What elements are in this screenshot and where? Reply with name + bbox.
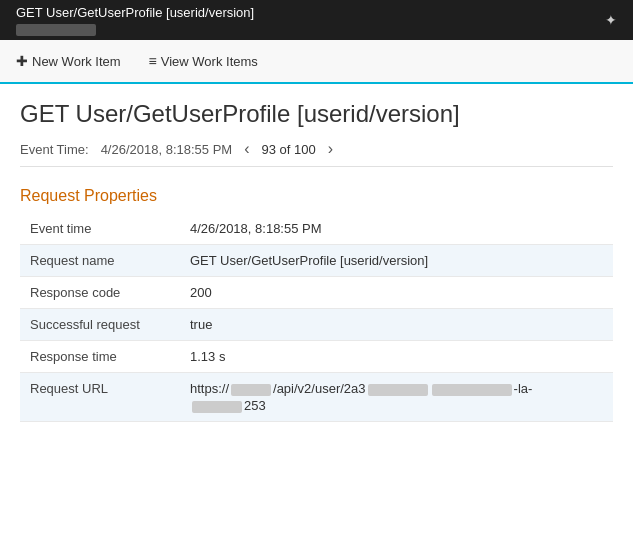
prev-arrow[interactable]: ‹ — [244, 140, 249, 158]
properties-table: Event time4/26/2018, 8:18:55 PMRequest n… — [20, 213, 613, 422]
next-arrow[interactable]: › — [328, 140, 333, 158]
event-bar: Event Time: 4/26/2018, 8:18:55 PM ‹ 93 o… — [20, 140, 613, 167]
title-bar-text: GET User/GetUserProfile [userid/version] — [16, 5, 254, 20]
table-row: Response time1.13 s — [20, 341, 613, 373]
event-time-label: Event Time: — [20, 142, 89, 157]
view-work-items-button[interactable]: ≡ View Work Items — [145, 51, 262, 71]
title-bar-thumb — [16, 24, 96, 36]
url-value: https:///api/v2/user/2a3-la-253 — [190, 381, 603, 413]
list-icon: ≡ — [149, 53, 157, 69]
prop-value: 1.13 s — [180, 341, 613, 373]
new-work-item-button[interactable]: ✚ New Work Item — [12, 51, 125, 71]
nav-count: 93 of 100 — [262, 142, 316, 157]
page-title: GET User/GetUserProfile [userid/version] — [20, 100, 613, 128]
plus-icon: ✚ — [16, 53, 28, 69]
prop-value: 4/26/2018, 8:18:55 PM — [180, 213, 613, 245]
prop-label: Request URL — [20, 373, 180, 422]
toolbar: ✚ New Work Item ≡ View Work Items — [0, 40, 633, 84]
table-row: Request URLhttps:///api/v2/user/2a3-la-2… — [20, 373, 613, 422]
request-properties-section: Request Properties Event time4/26/2018, … — [20, 187, 613, 422]
table-row: Request nameGET User/GetUserProfile [use… — [20, 245, 613, 277]
prop-value: GET User/GetUserProfile [userid/version] — [180, 245, 613, 277]
prop-label: Response code — [20, 277, 180, 309]
prop-label: Response time — [20, 341, 180, 373]
table-row: Successful requesttrue — [20, 309, 613, 341]
prop-value: true — [180, 309, 613, 341]
prop-label: Request name — [20, 245, 180, 277]
pin-icon[interactable]: ✦ — [605, 12, 617, 28]
prop-value: 200 — [180, 277, 613, 309]
view-work-items-label: View Work Items — [161, 54, 258, 69]
table-row: Event time4/26/2018, 8:18:55 PM — [20, 213, 613, 245]
section-heading: Request Properties — [20, 187, 613, 205]
event-time-value: 4/26/2018, 8:18:55 PM — [101, 142, 233, 157]
new-work-item-label: New Work Item — [32, 54, 121, 69]
prop-label: Successful request — [20, 309, 180, 341]
main-content: GET User/GetUserProfile [userid/version]… — [0, 84, 633, 438]
prop-label: Event time — [20, 213, 180, 245]
table-row: Response code200 — [20, 277, 613, 309]
prop-value: https:///api/v2/user/2a3-la-253 — [180, 373, 613, 422]
title-bar: GET User/GetUserProfile [userid/version]… — [0, 0, 633, 40]
